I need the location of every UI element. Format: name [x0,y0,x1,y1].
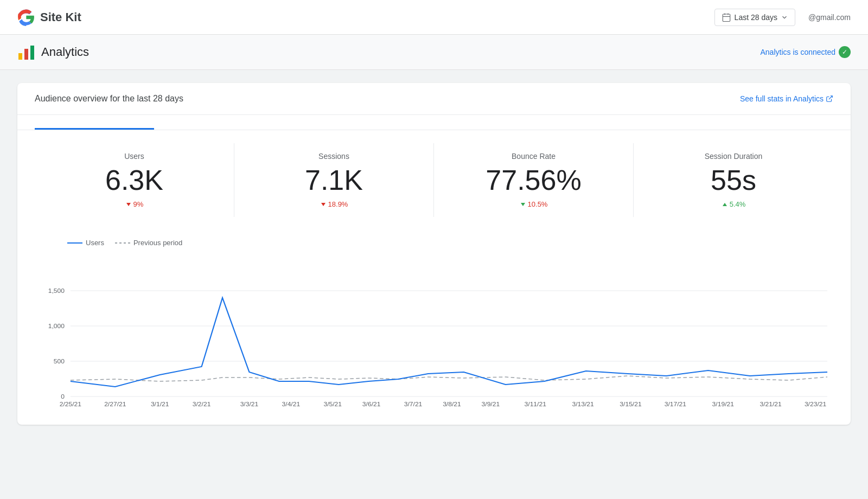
metric-sessions: Sessions 7.1K 18.9% [234,143,434,217]
metric-users: Users 6.3K 9% [35,143,234,217]
date-range-label: Last 28 days [735,13,777,22]
metric-users-label: Users [35,152,234,161]
calendar-icon [722,12,731,22]
connected-label: Analytics is connected [760,48,835,56]
previous-line-indicator [115,242,130,244]
legend-users: Users [67,239,104,247]
metric-bounce-value: 77.56% [434,165,633,196]
external-link-icon [826,95,833,103]
svg-text:3/11/21: 3/11/21 [525,401,546,407]
chart-svg: 0 500 1,000 1,500 2/25/21 2/27/21 3/1/21… [35,255,833,407]
down-arrow-icon [320,201,327,208]
date-range-picker[interactable]: Last 28 days [714,9,795,26]
chart-legend: Users Previous period [35,239,833,247]
analytics-title-row: Analytics [17,43,89,61]
metric-bounce-label: Bounce Rate [434,152,633,161]
metric-sessions-label: Sessions [234,152,433,161]
legend-previous: Previous period [115,239,182,247]
svg-line-7 [829,96,832,99]
metric-duration-label: Session Duration [634,152,833,161]
svg-rect-4 [18,53,22,60]
svg-text:3/3/21: 3/3/21 [240,401,259,407]
metric-sessions-value: 7.1K [234,165,433,196]
svg-text:500: 500 [54,359,65,364]
audience-overview-title: Audience overview for the last 28 days [35,94,183,104]
svg-text:0: 0 [61,394,65,400]
svg-text:1,500: 1,500 [48,288,65,294]
metric-users-value: 6.3K [35,165,234,196]
svg-marker-11 [723,203,727,206]
svg-text:3/7/21: 3/7/21 [404,401,423,407]
svg-marker-10 [521,203,525,206]
analytics-page-title: Analytics [41,45,89,59]
svg-text:3/5/21: 3/5/21 [323,401,342,407]
logo-area: Site Kit [17,9,81,26]
svg-text:3/8/21: 3/8/21 [443,401,461,407]
svg-text:3/4/21: 3/4/21 [282,401,301,407]
legend-users-label: Users [86,239,104,247]
svg-text:3/1/21: 3/1/21 [151,401,169,407]
users-tab[interactable] [35,115,154,130]
svg-marker-9 [321,203,326,206]
metric-session-duration: Session Duration 55s 5.4% [634,143,833,217]
up-arrow-icon [722,201,728,208]
site-kit-logo-text: Site Kit [40,10,81,24]
svg-text:3/19/21: 3/19/21 [712,401,734,407]
site-kit-header: Site Kit Last 28 days @gmail.com [0,0,868,35]
svg-text:2/27/21: 2/27/21 [104,401,126,407]
metric-bounce-change: 10.5% [434,200,633,208]
svg-text:3/23/21: 3/23/21 [805,401,826,407]
down-arrow-icon [520,201,526,208]
svg-text:3/17/21: 3/17/21 [665,401,686,407]
previous-period-line [71,376,827,381]
connected-check-icon: ✓ [839,46,851,58]
svg-rect-0 [723,14,730,22]
see-full-stats-label: See full stats in Analytics [740,94,824,103]
metrics-row: Users 6.3K 9% Sessions 7.1K 18.9% Bounce… [17,130,851,230]
see-full-stats-link[interactable]: See full stats in Analytics [740,94,833,103]
svg-text:3/2/21: 3/2/21 [193,401,211,407]
svg-text:1,000: 1,000 [48,323,65,329]
down-arrow-icon [125,201,132,208]
legend-previous-label: Previous period [133,239,182,247]
metric-sessions-change: 18.9% [234,200,433,208]
google-logo-icon [17,9,35,26]
svg-text:3/15/21: 3/15/21 [620,401,641,407]
svg-marker-8 [126,203,131,206]
svg-text:2/25/21: 2/25/21 [60,401,81,407]
svg-text:3/9/21: 3/9/21 [482,401,500,407]
line-chart: 0 500 1,000 1,500 2/25/21 2/27/21 3/1/21… [35,255,833,407]
header-right: Last 28 days @gmail.com [714,9,851,26]
svg-rect-6 [30,46,34,60]
analytics-page-header: Analytics Analytics is connected ✓ [0,35,868,70]
users-line [71,298,827,387]
chart-area: Users Previous period 0 500 [17,230,851,425]
svg-text:3/21/21: 3/21/21 [760,401,782,407]
analytics-bar-icon [17,43,35,61]
chevron-down-icon [781,14,788,21]
connected-status: Analytics is connected ✓ [760,46,851,58]
metric-tab-bar [17,115,851,130]
svg-text:3/13/21: 3/13/21 [572,401,593,407]
card-header: Audience overview for the last 28 days S… [17,83,851,115]
metric-duration-change: 5.4% [634,200,833,208]
metric-duration-value: 55s [634,165,833,196]
analytics-card: Audience overview for the last 28 days S… [17,83,851,425]
users-line-indicator [67,242,82,244]
svg-text:3/6/21: 3/6/21 [362,401,381,407]
main-content: Audience overview for the last 28 days S… [0,70,868,438]
metric-users-change: 9% [35,200,234,208]
svg-rect-5 [24,49,28,60]
metric-bounce-rate: Bounce Rate 77.56% 10.5% [434,143,634,217]
user-account: @gmail.com [808,13,851,22]
